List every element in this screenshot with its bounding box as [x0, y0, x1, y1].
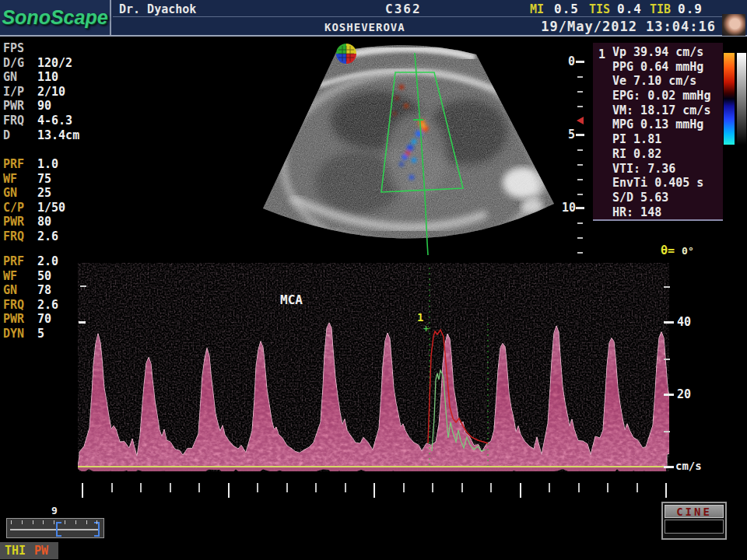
velocity-unit-label: cm/s [675, 460, 702, 472]
time-tick-minor [432, 483, 433, 492]
scrubber-bracket-left-icon[interactable] [56, 522, 61, 537]
measurement-row: VTI: 7.36 [593, 162, 723, 177]
scrubber-tick [75, 520, 76, 524]
angle-value: 0° [682, 245, 694, 257]
time-tick-major [665, 483, 667, 498]
depth-label: 0 [568, 54, 575, 68]
ultrasound-screen: { "header": { "logo": "SonoScape", "doct… [0, 0, 747, 560]
depth-tick-minor [577, 106, 583, 107]
beat-marker-cross-icon: + [423, 324, 429, 334]
param-row: PWR80 [3, 215, 101, 229]
param-row: I/P2/10 [3, 85, 101, 100]
time-tick-major [82, 483, 83, 498]
tis-value: 0.4 [617, 2, 642, 16]
velocity-tick-major [664, 394, 674, 396]
param-label: DYN [3, 327, 37, 341]
param-row: C/P1/50 [3, 201, 101, 215]
time-tick-minor [257, 483, 258, 492]
param-label: PWR [3, 99, 37, 114]
cine-button-label[interactable]: CINE [665, 505, 724, 518]
focus-marker-icon[interactable] [577, 117, 584, 124]
param-value: 70 [37, 312, 51, 326]
status-row-2: KOSHEVEROVA 19/May/2012 13:04:16 [113, 18, 722, 35]
time-tick-minor [286, 483, 288, 492]
thi-mode-button[interactable]: THI [5, 544, 26, 558]
param-row: FRQ2.6 [3, 229, 101, 244]
param-label: D/G [3, 56, 37, 71]
param-value: 75 [37, 172, 51, 186]
fan-tissue [218, 39, 568, 264]
scrubber-tick [86, 520, 87, 524]
cine-scrubber[interactable] [6, 518, 104, 538]
param-value: 13.4cm [37, 128, 79, 142]
mi-value: 0.5 [554, 2, 579, 16]
measurement-row: Ve 7.10 cm/s [593, 74, 723, 89]
angle-label: θ= [661, 243, 675, 257]
measurement-row: RI 0.82 [593, 147, 723, 162]
velocity-label: 40 [677, 315, 691, 329]
measurement-results-panel: 1 Vp 39.94 cm/sPPG 0.64 mmHgVe 7.10 cm/s… [593, 43, 723, 221]
measurement-row: HR: 148 [593, 205, 723, 220]
param-label: PRF [3, 254, 37, 269]
velocity-tick-minor [664, 359, 670, 360]
time-tick-minor [403, 483, 405, 492]
param-row: FRQ4-6.3 [3, 114, 101, 128]
depth-tick-minor [577, 149, 583, 151]
tis-label: TIS [589, 2, 610, 16]
cine-button[interactable]: CINE [661, 502, 727, 540]
scrubber-tick [43, 520, 44, 524]
time-tick-major [374, 483, 375, 498]
velocity-tick-major [79, 321, 86, 324]
time-tick-minor [461, 483, 463, 492]
grayscale-bar [737, 53, 746, 145]
patient-name: KOSHEVEROVA [324, 21, 405, 33]
cine-button-display [665, 520, 724, 534]
time-tick-minor [198, 483, 200, 492]
depth-tick-minor [577, 237, 583, 239]
time-tick-minor [170, 483, 171, 492]
velocity-label: 20 [677, 387, 691, 401]
param-label: FRQ [3, 298, 37, 313]
depth-tick-major [576, 134, 584, 136]
time-tick-minor [140, 483, 142, 492]
param-row: D13.4cm [3, 128, 101, 143]
status-row-1: Dr. Dyachok C362 MI 0.5 TIS 0.4 TIB 0.9 [113, 0, 722, 17]
param-value: 90 [37, 99, 51, 113]
param-label: WF [3, 172, 37, 187]
time-tick-minor [345, 483, 346, 492]
time-tick-minor [315, 483, 317, 492]
brand-logo: SonoScape [2, 6, 107, 29]
depth-tick-minor [577, 164, 583, 166]
param-label: C/P [3, 201, 37, 215]
time-tick-major [520, 483, 521, 498]
scrubber-tick [33, 520, 33, 524]
background-noise [78, 263, 668, 464]
b-mode-params: FPSD/G120/2GN110I/P2/10PWR90FRQ4-6.3D13.… [3, 41, 101, 142]
time-tick-minor [111, 483, 113, 492]
param-value: 80 [37, 215, 51, 229]
param-value: 25 [37, 186, 51, 200]
param-label: WF [3, 269, 37, 284]
param-label: PWR [3, 215, 37, 229]
param-value: 2.6 [37, 298, 58, 312]
tib-label: TIB [650, 2, 671, 16]
beat-marker-number: 1 [417, 311, 423, 324]
depth-tick-minor [577, 76, 583, 78]
time-tick-major [228, 483, 230, 498]
bmode-ultrasound-image [218, 39, 568, 264]
scrubber-track[interactable] [10, 529, 99, 530]
depth-tick-major [576, 61, 584, 63]
measurement-row: EnvTi 0.405 s [593, 176, 723, 191]
param-value: 4-6.3 [37, 114, 72, 128]
param-row: D/G120/2 [3, 56, 101, 71]
param-value: 2/10 [37, 85, 65, 99]
param-label: FRQ [3, 229, 37, 244]
param-label: GN [3, 186, 37, 201]
doctor-name: Dr. Dyachok [119, 2, 196, 16]
time-tick-minor [637, 483, 638, 492]
pw-mode-button[interactable]: PW [34, 544, 48, 558]
datetime: 19/May/2012 13:04:16 [541, 19, 716, 34]
mi-label: MI [530, 2, 544, 16]
spectral-doppler-display [78, 263, 669, 471]
scrubber-tick [65, 520, 65, 524]
